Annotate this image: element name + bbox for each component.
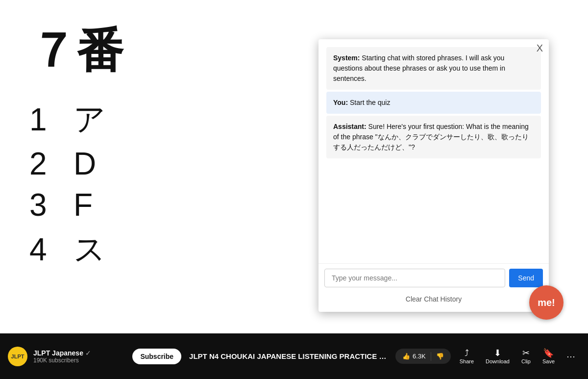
video-title: JLPT N4 CHOUKAI JAPANESE LISTENING PRACT… bbox=[189, 352, 388, 360]
subscribe-button[interactable]: Subscribe bbox=[132, 349, 181, 364]
channel-subs: 190K subscribers bbox=[33, 357, 132, 364]
chat-input-row: Send bbox=[324, 269, 543, 287]
like-count: 6.3K bbox=[413, 353, 426, 360]
channel-info: JLPT Japanese ✓ 190K subscribers bbox=[33, 349, 132, 364]
assistant-sender: Assistant: bbox=[333, 123, 367, 130]
answer-text-1: ア bbox=[74, 98, 106, 141]
channel-name: JLPT Japanese bbox=[33, 349, 83, 357]
save-icon: 🔖 bbox=[543, 349, 554, 357]
chat-input[interactable] bbox=[324, 269, 505, 287]
system-message: System: Starting chat with stored phrase… bbox=[326, 47, 541, 90]
download-button[interactable]: ⬇ Download bbox=[481, 346, 514, 367]
clip-icon: ✂ bbox=[522, 349, 530, 357]
download-label: Download bbox=[486, 358, 510, 364]
bottom-bar: JLPT JLPT Japanese ✓ 190K subscribers Su… bbox=[0, 333, 588, 379]
send-button[interactable]: Send bbox=[509, 269, 543, 287]
share-icon: ⤴ bbox=[465, 349, 469, 357]
save-label: Save bbox=[542, 358, 555, 364]
chat-close-button[interactable]: X bbox=[537, 43, 543, 53]
answer-text-3: F bbox=[74, 187, 93, 223]
answer-num-4: 4 bbox=[29, 231, 59, 268]
like-button[interactable]: 👍 6.3K bbox=[399, 350, 429, 363]
share-button[interactable]: ⤴ Share bbox=[455, 346, 479, 367]
answer-text-4: ス bbox=[74, 228, 106, 271]
clip-label: Clip bbox=[521, 358, 531, 364]
system-sender: System: bbox=[333, 54, 360, 62]
me-button[interactable]: me! bbox=[529, 285, 564, 320]
answer-text-2: D bbox=[74, 146, 96, 182]
answer-num-3: 3 bbox=[29, 187, 59, 223]
verified-icon: ✓ bbox=[85, 349, 91, 357]
assistant-message: Assistant: Sure! Here's your first quest… bbox=[326, 116, 541, 158]
chat-input-area: Send Clear Chat History bbox=[318, 263, 549, 312]
download-icon: ⬇ bbox=[494, 349, 501, 357]
chat-overlay: X System: Starting chat with stored phra… bbox=[318, 39, 549, 312]
dislike-button[interactable]: 👎 bbox=[433, 350, 447, 363]
like-dislike-group: 👍 6.3K 👎 bbox=[395, 349, 451, 364]
clip-button[interactable]: ✂ Clip bbox=[516, 346, 536, 367]
share-label: Share bbox=[460, 358, 474, 364]
user-message: You: Start the quiz bbox=[326, 92, 541, 114]
channel-name-row: JLPT Japanese ✓ bbox=[33, 349, 132, 357]
user-text: Start the quiz bbox=[350, 99, 391, 106]
channel-avatar[interactable]: JLPT bbox=[8, 347, 27, 366]
user-sender: You: bbox=[333, 99, 348, 106]
thumbs-up-icon: 👍 bbox=[402, 353, 410, 360]
clear-chat-button[interactable]: Clear Chat History bbox=[324, 291, 543, 307]
more-button[interactable]: ⋯ bbox=[562, 349, 580, 364]
chat-messages: System: Starting chat with stored phrase… bbox=[318, 39, 549, 263]
thumbs-down-icon: 👎 bbox=[436, 353, 444, 360]
save-button[interactable]: 🔖 Save bbox=[538, 346, 560, 367]
answer-num-2: 2 bbox=[29, 146, 59, 182]
video-area: ７番 1 ア 2 D 3 F 4 ス X System: bbox=[0, 0, 588, 333]
more-icon: ⋯ bbox=[566, 352, 575, 361]
like-dislike-divider bbox=[431, 352, 431, 361]
answer-num-1: 1 bbox=[29, 101, 59, 138]
action-buttons: 👍 6.3K 👎 ⤴ Share ⬇ Download ✂ Clip 🔖 Sav… bbox=[395, 346, 580, 367]
